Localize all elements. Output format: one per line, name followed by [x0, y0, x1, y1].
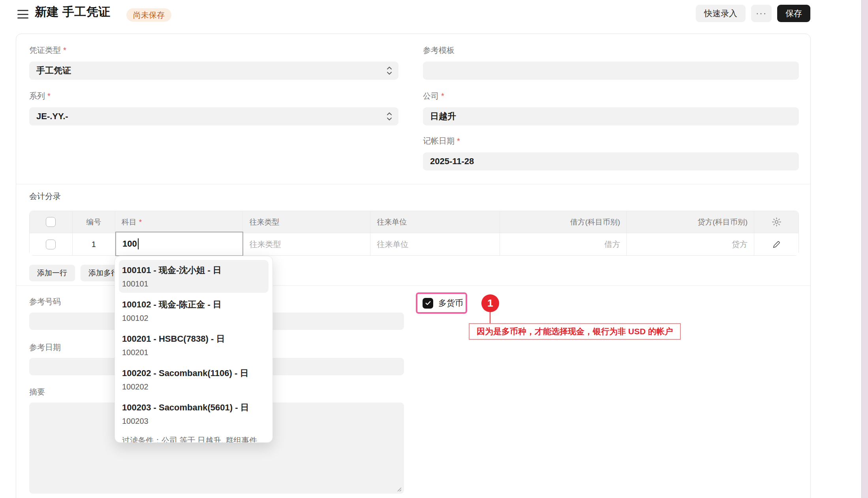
accounting-entries-table: 编号 科目* 往来类型 往来单位 借方(科目币别) 贷方(科目币别) [29, 211, 799, 256]
section-divider [16, 184, 810, 184]
table-actions: 添加一行 添加多行 [29, 265, 126, 281]
resize-handle-icon[interactable] [395, 485, 402, 492]
series-select[interactable]: JE-.YY.- [29, 107, 398, 125]
journal-entry-new-page: 新建 手工凭证 尚未保存 快速录入 ··· 保存 凭证类型* 手工凭证 参考模板… [0, 0, 868, 498]
dropdown-item[interactable]: 100102 - 现金-陈正金 - 日 100102 [115, 294, 272, 328]
row-number: 1 [73, 233, 115, 255]
more-menu-button[interactable]: ··· [751, 5, 772, 22]
ref-template-input[interactable] [423, 62, 799, 80]
posting-date-label: 记帐日期* [423, 136, 460, 146]
posting-date-input[interactable]: 2025-11-28 [423, 152, 799, 170]
quick-entry-button[interactable]: 快速录入 [696, 5, 746, 22]
voucher-type-select[interactable]: 手工凭证 [29, 62, 398, 80]
required-asterisk: * [63, 46, 66, 54]
series-label: 系列* [29, 91, 51, 101]
col-header-no: 编号 [73, 211, 115, 233]
remark-label: 摘要 [29, 387, 45, 397]
ref-template-label: 参考模板 [423, 45, 455, 56]
ref-number-label: 参考号码 [29, 296, 61, 307]
dropdown-item[interactable]: 100201 - HSBC(7838) - 日 100201 [115, 328, 272, 362]
table-header-row: 编号 科目* 往来类型 往来单位 借方(科目币别) 贷方(科目币别) [30, 211, 798, 233]
add-row-button[interactable]: 添加一行 [29, 265, 75, 281]
credit-cell[interactable]: 贷方 [627, 233, 754, 255]
screen-edge-strip [861, 0, 868, 498]
required-asterisk: * [139, 218, 142, 227]
status-badge: 尚未保存 [126, 8, 171, 22]
dropdown-item[interactable]: 100202 - Sacombank(1106) - 日 100202 [115, 362, 272, 397]
text-cursor [138, 238, 139, 249]
table-settings-cell [754, 211, 798, 233]
annotation-box: 因为是多币种，才能选择现金，银行为非 USD 的帐户 [469, 323, 681, 340]
menu-icon[interactable] [17, 10, 28, 19]
required-asterisk: * [457, 137, 460, 145]
col-header-credit: 贷方(科目币别) [627, 211, 754, 233]
annotation-connector-line [490, 312, 490, 324]
page-title: 新建 手工凭证 [35, 3, 111, 21]
account-input[interactable]: 100 [115, 232, 243, 256]
header-actions: 快速录入 ··· 保存 [696, 5, 810, 22]
pencil-icon[interactable] [772, 240, 782, 249]
party-type-cell[interactable]: 往来类型 [243, 233, 370, 255]
required-asterisk: * [441, 92, 444, 100]
company-input[interactable]: 日越升 [423, 107, 799, 125]
annotation-text: 因为是多币种，才能选择现金，银行为非 USD 的帐户 [477, 326, 673, 337]
chevron-updown-icon [386, 66, 393, 76]
required-asterisk: * [47, 92, 51, 100]
dropdown-item[interactable]: 100101 - 现金-沈小姐 - 日 100101 [119, 260, 269, 293]
annotation-number-badge: 1 [481, 294, 499, 312]
save-button[interactable]: 保存 [777, 5, 810, 22]
multi-currency-label: 多货币 [438, 298, 463, 309]
party-cell[interactable]: 往来单位 [370, 233, 500, 255]
dropdown-item[interactable]: 100203 - Sacombank(5601) - 日 100203 [115, 397, 272, 431]
col-header-party: 往来单位 [370, 211, 500, 233]
row-edit-cell [754, 233, 798, 255]
multi-currency-highlight-box: 多货币 [416, 292, 467, 314]
debit-cell[interactable]: 借方 [500, 233, 627, 255]
select-all-checkbox[interactable] [46, 217, 56, 227]
gear-icon[interactable] [771, 217, 782, 227]
chevron-updown-icon [386, 111, 393, 122]
row-checkbox[interactable] [46, 240, 56, 249]
multi-currency-checkbox[interactable] [423, 298, 433, 309]
account-dropdown: 100101 - 现金-沈小姐 - 日 100101 100102 - 现金-陈… [115, 256, 273, 443]
col-header-party-type: 往来类型 [243, 211, 370, 233]
dropdown-filter-note: 过滤条件：公司 等于 日越升, 群组事件 [122, 435, 257, 443]
company-label: 公司* [423, 91, 444, 101]
col-header-account: 科目* [115, 211, 243, 233]
col-header-debit: 借方(科目币别) [500, 211, 627, 233]
ref-date-label: 参考日期 [29, 342, 61, 353]
voucher-type-label: 凭证类型* [29, 45, 66, 56]
accounting-entries-title: 会计分录 [29, 191, 61, 202]
